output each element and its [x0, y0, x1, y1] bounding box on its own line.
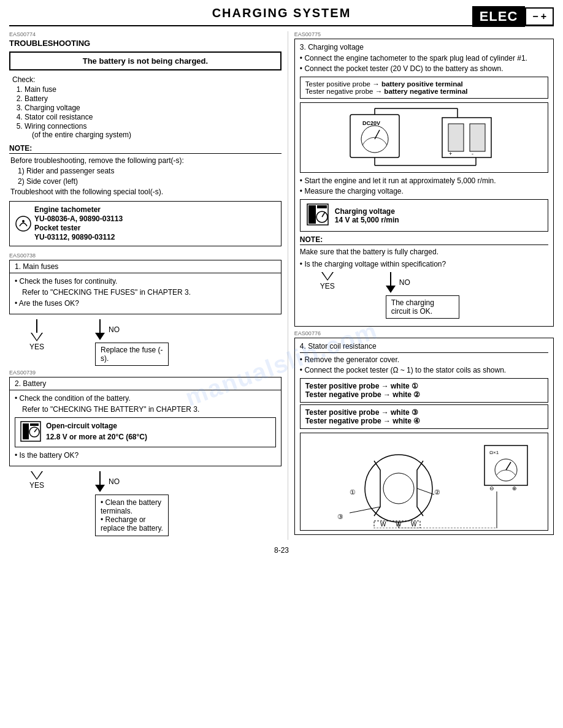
tool-code1: YU-08036-A, 90890-03113	[34, 214, 275, 223]
elec-label: ELEC	[472, 6, 526, 27]
battery-body1: • Check the condition of the battery.	[15, 394, 276, 403]
stator-bullet1: • Remove the generator cover.	[300, 355, 548, 364]
check-list: Main fuse Battery Charging voltage Stato…	[12, 85, 282, 139]
svg-rect-13	[470, 124, 485, 151]
section-id-charge: EAS00775	[294, 31, 554, 37]
note-item: 1) Rider and passenger seats	[10, 167, 282, 175]
charging-volt-text: Charging voltage 14 V at 5,000 r/min	[335, 207, 399, 224]
no-label: NO	[109, 325, 120, 334]
note2-label: NOTE:	[300, 235, 548, 245]
charging-yes-label: YES	[320, 282, 335, 290]
battery-no-label: NO	[109, 477, 120, 486]
fuse-no-col: NO Replace the fuse (-s).	[95, 319, 169, 366]
svg-point-28	[383, 473, 414, 504]
list-item: Wiring connections (of the entire chargi…	[25, 122, 282, 139]
hollow-arrow	[31, 333, 43, 341]
charging-no-label: NO	[399, 278, 410, 287]
tool-icon	[15, 215, 32, 232]
main-content: EAS00774 TROUBLESHOOTING The battery is …	[9, 31, 554, 540]
fuse-yes-col: YES	[9, 319, 64, 351]
battery-header: 2. Battery	[10, 377, 281, 390]
charge-bullet3: • Start the engine and let it run at app…	[300, 176, 548, 185]
stator-probe1-pos: Tester positive probe → white ①	[305, 382, 543, 390]
list-item: Charging voltage	[25, 104, 282, 112]
note-item: Troubleshoot with the following special …	[10, 188, 282, 196]
charging-yes-col: YES	[300, 272, 355, 290]
note-item: 2) Side cover (left)	[10, 177, 282, 186]
svg-text:+: +	[449, 151, 452, 157]
svg-text:⊕: ⊕	[512, 485, 517, 491]
right-column: EAS00775 3. Charging voltage • Connect t…	[288, 31, 554, 540]
probe-box-1: Tester positive probe → battery positive…	[300, 77, 548, 99]
battery-minus: −	[532, 11, 538, 22]
header: CHARGING SYSTEM ELEC − +	[9, 6, 554, 20]
list-item: Main fuse	[25, 85, 282, 94]
problem-box: The battery is not being charged.	[9, 51, 282, 70]
check-label: Check:	[12, 75, 282, 84]
ok-box: The charging circuit is OK.	[386, 295, 459, 319]
tool-name1: Engine tachometer	[34, 205, 275, 214]
svg-text:Ω×1: Ω×1	[489, 450, 499, 455]
checklist-note: (of the entire charging system)	[25, 131, 131, 139]
no-arrow3	[386, 272, 396, 293]
stator-probe-box1: Tester positive probe → white ① Tester n…	[300, 378, 548, 403]
hollow-arrow3	[321, 272, 334, 281]
checklist: Check: Main fuse Battery Charging voltag…	[9, 75, 282, 139]
note-label: NOTE:	[9, 144, 282, 154]
meter-icon2	[307, 203, 329, 227]
svg-point-1	[22, 220, 25, 222]
tool-name2: Pocket tester	[34, 224, 275, 232]
note-content: Before troubleshooting, remove the follo…	[9, 156, 282, 196]
note-item: Before troubleshooting, remove the follo…	[10, 156, 282, 165]
page-number: 8-23	[9, 546, 554, 555]
svg-point-0	[16, 216, 31, 231]
open-circuit-value: 12.8 V or more at 20°C (68°C)	[46, 433, 147, 441]
stator-header: 4. Stator coil resistance	[300, 342, 548, 353]
svg-text:①: ①	[350, 488, 356, 496]
svg-text:③: ③	[337, 513, 343, 520]
replace-fuse-label: Replace the fuse (-s).	[101, 346, 163, 363]
battery-no-col: NO • Clean the battery terminals. • Rech…	[95, 471, 169, 536]
battery-no-action2: • Recharge or replace the battery.	[101, 515, 163, 533]
open-circuit-label: Open-circuit voltage	[46, 422, 147, 430]
battery-plus: +	[541, 11, 546, 22]
tool-code2: YU-03112, 90890-03112	[34, 233, 275, 241]
battery-flow: YES NO • Clean the battery terminals. • …	[9, 471, 282, 536]
charging-volt-label: Charging voltage	[335, 207, 399, 216]
battery-ok: • Is the battery OK?	[15, 451, 276, 460]
svg-text:②: ②	[434, 488, 440, 496]
probe-pos1: Tester positive probe → battery positive…	[305, 80, 543, 88]
stator-probe2-neg: Tester negative probe → white ④	[305, 417, 543, 425]
page: manualslib.com CHARGING SYSTEM ELEC − + …	[0, 0, 563, 728]
yes-arrow2	[21, 471, 52, 480]
svg-text:W: W	[411, 521, 417, 528]
battery-section: 2. Battery • Check the condition of the …	[9, 377, 282, 466]
ok-text: The charging circuit is OK.	[391, 298, 434, 316]
battery-body: • Check the condition of the battery. Re…	[10, 390, 281, 466]
list-item: Battery	[25, 94, 282, 103]
battery-symbol: − +	[525, 7, 554, 26]
tool-box: Engine tachometer YU-08036-A, 90890-0311…	[9, 201, 282, 246]
stator-probe2-pos: Tester positive probe → white ③	[305, 408, 543, 417]
svg-line-6	[34, 429, 37, 432]
section-id-fuse: EAS00738	[9, 252, 282, 259]
fuse-body: • Check the fuses for continuity. Refer …	[10, 273, 281, 314]
meter-icon	[20, 421, 41, 444]
stator-section: 4. Stator coil resistance • Remove the g…	[294, 338, 554, 535]
replace-fuse-box: Replace the fuse (-s).	[95, 343, 169, 366]
charge-bullet4: • Measure the charging voltage.	[300, 187, 548, 195]
charge-bullet2: • Connect the pocket tester (20 V DC) to…	[300, 64, 548, 73]
stator-diagram: ① ② ③ W W W Ω×1	[300, 433, 548, 531]
section-id-troubleshoot: EAS00774	[9, 31, 282, 37]
battery-yes-col: YES	[9, 471, 64, 490]
fuse-body1: • Check the fuses for continuity.	[15, 277, 276, 286]
arrow-shaft	[36, 319, 37, 333]
charging-flow: YES NO The charging circuit is OK.	[300, 272, 548, 319]
charging-voltage-header: 3. Charging voltage	[300, 43, 548, 51]
svg-text:⊖: ⊖	[489, 485, 494, 491]
section-id-battery: EAS00739	[9, 370, 282, 376]
charging-voltage-section: 3. Charging voltage • Connect the engine…	[294, 39, 554, 327]
stator-probe-box2: Tester positive probe → white ③ Tester n…	[300, 404, 548, 429]
svg-rect-23	[308, 205, 316, 224]
note2-text: Make sure that the battery is fully char…	[300, 248, 548, 256]
